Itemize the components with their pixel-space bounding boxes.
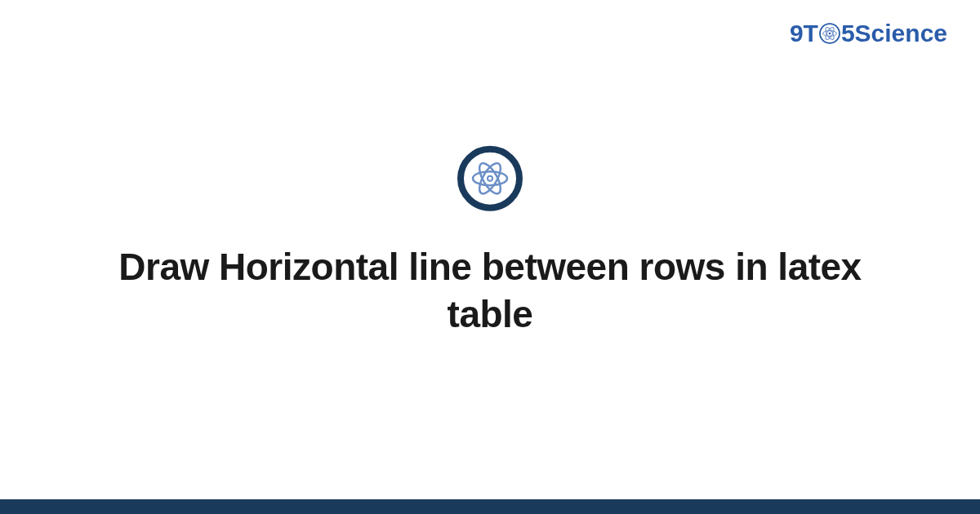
atom-icon bbox=[819, 23, 840, 44]
atom-icon bbox=[470, 158, 510, 199]
logo-prefix: 9T bbox=[790, 20, 818, 47]
svg-point-5 bbox=[473, 171, 507, 185]
logo-suffix: 5Science bbox=[841, 20, 947, 47]
footer-bar bbox=[0, 499, 980, 514]
site-header: 9T 5Science bbox=[790, 20, 947, 47]
main-content: Draw Horizontal line between rows in lat… bbox=[0, 146, 980, 338]
svg-point-8 bbox=[488, 176, 492, 181]
page-title: Draw Horizontal line between rows in lat… bbox=[98, 244, 882, 338]
atom-badge bbox=[457, 146, 523, 211]
svg-point-4 bbox=[829, 33, 831, 35]
site-logo: 9T 5Science bbox=[790, 20, 947, 47]
